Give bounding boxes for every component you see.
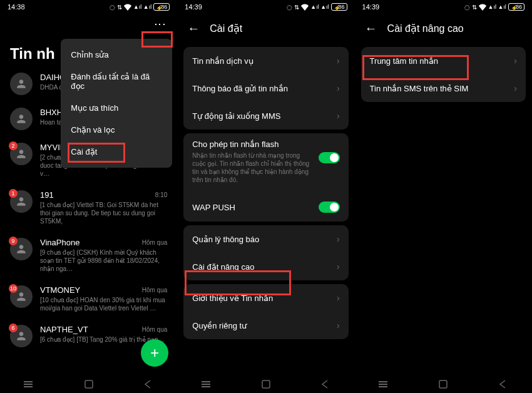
nav-back[interactable] bbox=[306, 379, 344, 389]
unread-badge: 1 bbox=[9, 189, 18, 198]
svg-rect-8 bbox=[379, 381, 387, 382]
svg-rect-10 bbox=[379, 386, 387, 387]
advanced-group: Trung tâm tin nhắn›Tin nhắn SMS trên thẻ… bbox=[361, 47, 526, 102]
svg-rect-11 bbox=[439, 380, 447, 388]
avatar bbox=[10, 108, 33, 130]
chevron-right-icon: › bbox=[514, 56, 517, 66]
row-label: Tin nhắn SMS trên thẻ SIM bbox=[370, 84, 469, 93]
conversation-row[interactable]: 9VinaPhoneHôm qua[9 chưa đọc] (CSKH) Kín… bbox=[5, 232, 172, 279]
nav-recents[interactable] bbox=[366, 379, 403, 389]
nav-recents[interactable] bbox=[188, 379, 226, 389]
menu-item-2[interactable]: Mục ưa thích bbox=[61, 97, 172, 119]
unread-badge: 10 bbox=[9, 284, 18, 293]
wap-row[interactable]: WAP PUSH bbox=[183, 193, 348, 222]
conversation-row[interactable]: 11918:10[1 chưa đọc] Viettel TB: Goi ST5… bbox=[5, 184, 172, 232]
header: ← Cài đặt bbox=[177, 14, 354, 43]
avatar: 10 bbox=[10, 285, 33, 308]
settings-row[interactable]: Tin nhắn SMS trên thẻ SIM› bbox=[361, 74, 526, 102]
menu-item-4[interactable]: Cài đặt bbox=[61, 141, 172, 163]
settings-row[interactable]: Trung tâm tin nhắn› bbox=[361, 47, 526, 74]
timestamp: Hôm qua bbox=[142, 239, 168, 246]
settings-group-2: Cho phép tin nhắn flash Nhận tin nhắn fl… bbox=[183, 133, 348, 222]
avatar bbox=[10, 73, 33, 95]
menu-item-1[interactable]: Đánh dấu tất cả là đã đọc bbox=[61, 66, 172, 97]
nav-bar bbox=[355, 375, 532, 393]
unread-badge: 9 bbox=[9, 237, 18, 245]
status-bar: 14:39 ◌ ⇅▲ıl ▲ıl⚡86 bbox=[355, 0, 532, 14]
flash-desc: Nhận tin nhắn flash từ nhà mạng trong cu… bbox=[192, 151, 313, 184]
svg-rect-9 bbox=[379, 384, 387, 385]
nav-back[interactable] bbox=[129, 379, 166, 389]
status-icons: ◌ ⇅ ▲ıl ▲ıl ⚡86 bbox=[110, 3, 170, 11]
svg-rect-6 bbox=[202, 386, 210, 387]
avatar: 2 bbox=[10, 143, 33, 165]
compose-fab[interactable]: + bbox=[141, 339, 168, 367]
menu-item-0[interactable]: Chỉnh sửa bbox=[61, 44, 172, 66]
menu-item-3[interactable]: Chặn và lọc bbox=[61, 119, 172, 141]
settings-row[interactable]: Quyền riêng tư› bbox=[183, 312, 348, 339]
timestamp: 8:10 bbox=[155, 191, 167, 198]
time: 14:39 bbox=[362, 3, 380, 11]
conversation-row[interactable]: 10VTMONEYHôm qua[10 chưa đọc] HOAN den 3… bbox=[5, 279, 172, 319]
nav-back[interactable] bbox=[484, 379, 521, 389]
row-label: Quản lý thông báo bbox=[192, 235, 259, 244]
svg-rect-2 bbox=[24, 386, 33, 387]
status-bar: 14:38 ◌ ⇅ ▲ıl ▲ıl ⚡86 bbox=[0, 0, 177, 14]
nav-home[interactable] bbox=[70, 379, 108, 389]
sender-name: 191 bbox=[40, 190, 54, 200]
nav-home[interactable] bbox=[247, 379, 285, 389]
back-icon[interactable]: ← bbox=[365, 21, 377, 36]
chevron-right-icon: › bbox=[337, 111, 340, 121]
timestamp: Hôm qua bbox=[142, 287, 168, 293]
overflow-menu-icon[interactable]: ⋮ bbox=[153, 19, 167, 29]
preview: [1 chưa đọc] Viettel TB: Goi ST5KM da he… bbox=[40, 201, 167, 225]
chevron-right-icon: › bbox=[514, 83, 517, 93]
row-label: Cài đặt nâng cao bbox=[192, 262, 254, 272]
settings-row[interactable]: Thông báo đã gửi tin nhắn› bbox=[183, 74, 348, 102]
svg-rect-1 bbox=[24, 384, 33, 385]
svg-rect-3 bbox=[85, 380, 93, 388]
avatar: 9 bbox=[10, 238, 33, 260]
row-label: Thông báo đã gửi tin nhắn bbox=[192, 84, 288, 93]
row-label: Trung tâm tin nhắn bbox=[370, 56, 438, 66]
wap-toggle[interactable] bbox=[319, 202, 340, 213]
chevron-right-icon: › bbox=[337, 83, 340, 93]
page-title: Cài đặt nâng cao bbox=[387, 23, 464, 34]
nav-bar bbox=[0, 375, 177, 393]
header: ← Cài đặt nâng cao bbox=[355, 14, 532, 43]
settings-row[interactable]: Quản lý thông báo› bbox=[183, 225, 348, 253]
settings-row[interactable]: Tự động tải xuống MMS› bbox=[183, 102, 348, 130]
row-label: Tin nhắn dịch vụ bbox=[192, 56, 253, 66]
flash-title: Cho phép tin nhắn flash bbox=[192, 140, 313, 149]
avatar: 1 bbox=[10, 190, 33, 213]
phone-1-messages: 14:38 ◌ ⇅ ▲ıl ▲ıl ⚡86 ⋮ Tin nh DAIHOCDHD… bbox=[0, 0, 177, 393]
back-icon[interactable]: ← bbox=[187, 21, 200, 36]
flash-row[interactable]: Cho phép tin nhắn flash Nhận tin nhắn fl… bbox=[183, 133, 348, 193]
chevron-right-icon: › bbox=[337, 234, 340, 244]
timestamp: Hôm qua bbox=[142, 326, 168, 333]
flash-toggle[interactable] bbox=[319, 152, 340, 163]
phone-2-settings: 14:39 ◌ ⇅▲ıl ▲ıl⚡86 ← Cài đặt Tin nhắn d… bbox=[177, 0, 354, 393]
overflow-menu: Chỉnh sửaĐánh dấu tất cả là đã đọcMục ưa… bbox=[61, 39, 172, 168]
svg-rect-5 bbox=[202, 384, 210, 385]
preview: [9 chưa đọc] (CSKH) Kính mời Quý khách s… bbox=[40, 248, 167, 273]
page-title: Cài đặt bbox=[210, 23, 242, 34]
phone-3-advanced: 14:39 ◌ ⇅▲ıl ▲ıl⚡86 ← Cài đặt nâng cao T… bbox=[355, 0, 532, 393]
settings-row[interactable]: Cài đặt nâng cao› bbox=[183, 253, 348, 280]
row-label: Giới thiệu về Tin nhắn bbox=[192, 293, 273, 303]
settings-row[interactable]: Giới thiệu về Tin nhắn› bbox=[183, 284, 348, 312]
nav-bar bbox=[177, 375, 354, 393]
unread-badge: 2 bbox=[9, 141, 18, 150]
row-label: Tự động tải xuống MMS bbox=[192, 111, 280, 121]
row-label: Quyền riêng tư bbox=[192, 321, 247, 330]
sender-name: VTMONEY bbox=[40, 285, 80, 295]
toolbar: ⋮ bbox=[0, 14, 177, 34]
nav-recents[interactable] bbox=[11, 379, 48, 389]
svg-rect-7 bbox=[262, 380, 270, 388]
chevron-right-icon: › bbox=[337, 262, 340, 272]
avatar: 6 bbox=[10, 325, 33, 347]
settings-row[interactable]: Tin nhắn dịch vụ› bbox=[183, 47, 348, 74]
settings-group-3: Quản lý thông báo›Cài đặt nâng cao› bbox=[183, 225, 348, 280]
sender-name: NAPTHE_VT bbox=[40, 325, 88, 334]
nav-home[interactable] bbox=[424, 379, 462, 389]
